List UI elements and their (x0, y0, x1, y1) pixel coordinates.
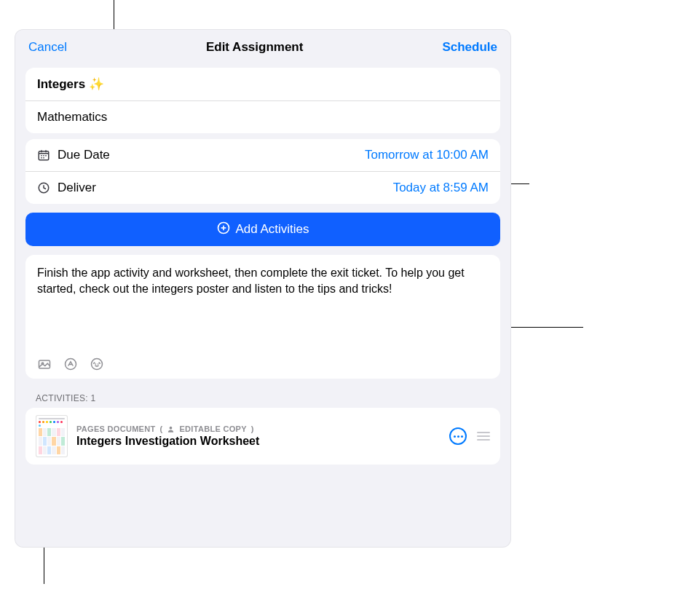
add-activities-button[interactable]: Add Activities (25, 213, 500, 246)
activity-meta: Pages Document ( Editable Copy ) (76, 425, 441, 433)
activity-item[interactable]: Pages Document ( Editable Copy ) Integer… (25, 408, 500, 465)
markup-icon[interactable] (63, 357, 78, 371)
plus-circle-icon (216, 221, 231, 239)
drag-handle[interactable] (477, 432, 490, 441)
activities-section-header: Activities: 1 (36, 393, 490, 403)
callout-line-instructions (510, 327, 583, 328)
add-activities-label: Add Activities (235, 222, 309, 237)
header-bar: Cancel Edit Assignment Schedule (15, 30, 510, 62)
audio-icon[interactable] (90, 357, 104, 371)
activity-actions (449, 427, 490, 445)
deliver-row[interactable]: Deliver Today at 8:59 AM (25, 172, 500, 204)
due-date-label: Due Date (58, 148, 110, 162)
cancel-button[interactable]: Cancel (28, 40, 67, 55)
svg-point-16 (92, 359, 103, 370)
svg-point-17 (170, 426, 173, 429)
instructions-text[interactable]: Finish the app activity and worksheet, t… (37, 265, 489, 296)
person-icon (167, 425, 175, 433)
photo-icon[interactable] (37, 357, 52, 371)
assignment-title-field[interactable]: Integers ✨ (25, 68, 500, 100)
clock-icon (37, 181, 50, 194)
activity-type-label: Pages Document (76, 425, 156, 433)
activity-badge-label: Editable Copy (179, 425, 246, 433)
edit-assignment-panel: Cancel Edit Assignment Schedule Integers… (15, 29, 511, 548)
ellipsis-icon (454, 435, 463, 438)
activity-title: Integers Investigation Worksheet (76, 435, 441, 448)
due-date-row[interactable]: Due Date Tomorrow at 10:00 AM (25, 139, 500, 171)
callout-line-schedule (510, 183, 529, 184)
deliver-value[interactable]: Today at 8:59 AM (393, 181, 489, 195)
more-button[interactable] (449, 427, 467, 445)
schedule-button[interactable]: Schedule (442, 40, 497, 55)
activity-thumbnail (36, 415, 68, 457)
attachment-toolbar (37, 347, 489, 371)
class-field[interactable]: Mathematics (25, 101, 500, 133)
calendar-icon (37, 149, 50, 162)
page-title: Edit Assignment (206, 40, 304, 55)
title-card: Integers ✨ Mathematics (25, 68, 500, 133)
deliver-label: Deliver (58, 181, 96, 195)
schedule-card: Due Date Tomorrow at 10:00 AM Deliver To… (25, 139, 500, 204)
due-date-value[interactable]: Tomorrow at 10:00 AM (365, 148, 489, 162)
instructions-card: Finish the app activity and worksheet, t… (25, 255, 500, 379)
activity-info: Pages Document ( Editable Copy ) Integer… (76, 425, 441, 448)
